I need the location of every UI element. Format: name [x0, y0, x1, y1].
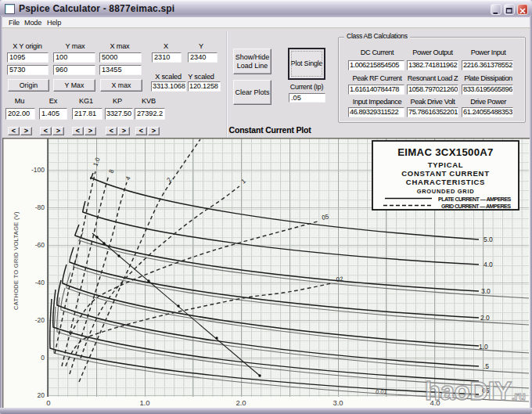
svg-text:20: 20 [38, 391, 45, 399]
svg-text:CATHODE TO GRID VOLTAGE (V): CATHODE TO GRID VOLTAGE (V) [13, 211, 20, 310]
svg-text:GROUNDED GRID: GROUNDED GRID [417, 188, 475, 195]
svg-text:-60: -60 [35, 241, 45, 249]
svg-text:5.0: 5.0 [483, 236, 493, 243]
svg-text:2.0: 2.0 [480, 314, 490, 322]
svg-text:-40: -40 [35, 279, 45, 286]
svg-text:-100: -100 [31, 166, 45, 174]
svg-text:CHARACTERISTICS: CHARACTERISTICS [406, 178, 485, 186]
svg-text:.5: .5 [483, 362, 489, 370]
svg-text:2.0: 2.0 [235, 398, 246, 407]
svg-text:0.01: 0.01 [376, 388, 387, 395]
svg-text:PLATE CURRENT — AMPERES: PLATE CURRENT — AMPERES [438, 196, 512, 203]
svg-text:4.0: 4.0 [483, 261, 493, 268]
svg-text:0: 0 [41, 354, 45, 362]
svg-text:EIMAC 3CX1500A7: EIMAC 3CX1500A7 [397, 146, 494, 158]
svg-text:3.0: 3.0 [481, 287, 491, 295]
svg-text:1.0: 1.0 [139, 398, 149, 407]
svg-text:CONSTANT CURRENT: CONSTANT CURRENT [401, 169, 489, 178]
svg-text:-80: -80 [35, 203, 45, 211]
svg-text:1.0: 1.0 [479, 343, 488, 351]
svg-text:-20: -20 [35, 316, 45, 324]
svg-text:0: 0 [46, 398, 50, 407]
svg-text:GRID CURRENT — AMPERES: GRID CURRENT — AMPERES [441, 203, 511, 210]
svg-text:3.0: 3.0 [332, 398, 343, 407]
svg-text:02: 02 [336, 275, 344, 283]
svg-text:TYPICAL: TYPICAL [428, 160, 464, 169]
